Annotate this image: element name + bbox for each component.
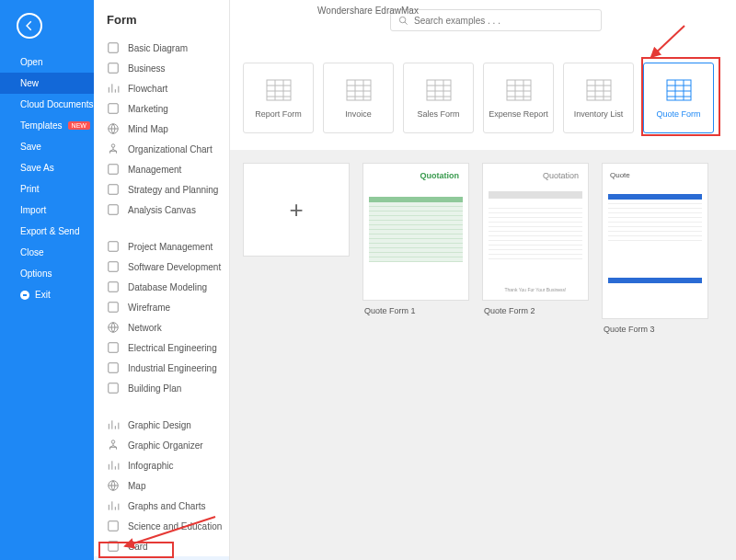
sidebar-item-import[interactable]: Import xyxy=(0,200,94,221)
template-quote-form-3[interactable]: Quote Quote Form 3 xyxy=(602,163,708,334)
category-label: Strategy and Planning xyxy=(128,185,218,195)
search-box[interactable] xyxy=(390,9,602,31)
category-item-card[interactable]: Card xyxy=(94,536,229,556)
category-label: Project Management xyxy=(128,242,213,252)
sidebar-item-close[interactable]: Close xyxy=(0,242,94,263)
tile-label: Quote Form xyxy=(656,109,700,119)
svg-rect-19 xyxy=(109,542,119,552)
template-label: Quote Form 1 xyxy=(362,304,469,315)
sidebar-item-save-as[interactable]: Save As xyxy=(0,157,94,178)
search-icon xyxy=(398,16,408,26)
exit-icon xyxy=(20,291,29,300)
category-item-electrical-engineering[interactable]: Electrical Engineering xyxy=(94,337,229,358)
category-item-database-modeling[interactable]: Database Modeling xyxy=(94,277,229,297)
sidebar-item-new[interactable]: New xyxy=(0,73,94,94)
tile-row: Report FormInvoiceSales FormExpense Repo… xyxy=(230,40,736,150)
category-icon xyxy=(107,499,120,512)
category-label: Network xyxy=(128,323,162,333)
category-item-flowchart[interactable]: Flowchart xyxy=(94,78,229,98)
svg-rect-40 xyxy=(507,80,531,100)
category-item-basic-diagram[interactable]: Basic Diagram xyxy=(94,38,229,58)
template-quote-form-2[interactable]: Quotation Thank You For Your Business! Q… xyxy=(482,163,589,315)
category-item-wireframe[interactable]: Wireframe xyxy=(94,297,229,317)
category-item-marketing[interactable]: Marketing xyxy=(94,98,229,119)
category-label: Industrial Engineering xyxy=(128,363,217,373)
category-item-strategy-and-planning[interactable]: Strategy and Planning xyxy=(94,179,229,200)
category-icon xyxy=(107,240,120,253)
arrow-left-icon xyxy=(23,19,36,32)
category-item-map[interactable]: Map xyxy=(94,475,229,496)
category-item-business[interactable]: Business xyxy=(94,58,229,78)
category-item-mind-map[interactable]: Mind Map xyxy=(94,119,229,139)
category-icon xyxy=(107,321,120,334)
category-icon xyxy=(107,418,120,431)
category-item-infographic[interactable]: Infographic xyxy=(94,455,229,475)
category-title: Form xyxy=(94,0,229,38)
category-label: Management xyxy=(128,165,181,175)
tile-quote-form[interactable]: Quote Form xyxy=(643,63,714,133)
sidebar-item-exit[interactable]: Exit xyxy=(0,284,94,305)
back-button[interactable] xyxy=(17,13,42,39)
template-area: + Quotation Quote Form 1 Quotation Thank… xyxy=(230,150,736,560)
category-item-industrial-engineering[interactable]: Industrial Engineering xyxy=(94,358,229,378)
sidebar-item-export-send[interactable]: Export & Send xyxy=(0,221,94,242)
tile-inventory-list[interactable]: Inventory List xyxy=(563,63,634,133)
svg-rect-18 xyxy=(109,521,119,531)
category-item-management[interactable]: Management xyxy=(94,159,229,179)
category-label: Building Plan xyxy=(128,383,181,394)
svg-point-21 xyxy=(399,17,405,22)
sidebar-item-options[interactable]: Options xyxy=(0,263,94,284)
sidebar-item-templates[interactable]: TemplatesNEW xyxy=(0,115,94,136)
category-item-graphs-and-charts[interactable]: Graphs and Charts xyxy=(94,496,229,516)
template-quote-form-1[interactable]: Quotation Quote Form 1 xyxy=(362,163,469,315)
sidebar: Open New Cloud Documents TemplatesNEW Sa… xyxy=(0,0,94,560)
category-label: Electrical Engineering xyxy=(128,343,217,353)
category-item-software-development[interactable]: Software Development xyxy=(94,257,229,277)
category-icon xyxy=(107,439,120,451)
category-item-graphic-organizer[interactable]: Graphic Organizer xyxy=(94,435,229,455)
category-label: Map xyxy=(128,481,145,491)
category-item-organizational-chart[interactable]: Organizational Chart xyxy=(94,139,229,159)
svg-rect-34 xyxy=(427,80,451,100)
category-label: Wireframe xyxy=(128,303,170,313)
category-icon xyxy=(107,520,120,532)
plus-icon: + xyxy=(289,196,303,224)
template-blank[interactable]: + xyxy=(243,163,350,257)
form-icon xyxy=(585,78,613,102)
sidebar-item-open[interactable]: Open xyxy=(0,51,94,73)
sidebar-item-print[interactable]: Print xyxy=(0,178,94,200)
svg-rect-52 xyxy=(667,80,691,100)
category-item-science-and-education[interactable]: Science and Education xyxy=(94,516,229,536)
category-label: Analysis Canvas xyxy=(128,205,196,215)
svg-rect-28 xyxy=(347,80,371,100)
tile-expense-report[interactable]: Expense Report xyxy=(483,63,554,133)
category-item-network[interactable]: Network xyxy=(94,317,229,337)
tile-label: Report Form xyxy=(255,109,302,119)
category-label: Graphic Organizer xyxy=(128,440,203,451)
svg-rect-9 xyxy=(109,262,119,272)
svg-rect-13 xyxy=(109,343,119,353)
svg-rect-46 xyxy=(587,80,611,100)
category-item-form[interactable]: Form xyxy=(94,556,229,560)
template-label: Quote Form 2 xyxy=(482,304,589,315)
sidebar-item-save[interactable]: Save xyxy=(0,136,94,157)
search-input[interactable] xyxy=(414,16,593,26)
category-icon xyxy=(107,62,120,74)
category-label: Basic Diagram xyxy=(128,43,188,53)
category-item-building-plan[interactable]: Building Plan xyxy=(94,378,229,398)
category-label: Mind Map xyxy=(128,124,168,134)
tile-report-form[interactable]: Report Form xyxy=(243,63,314,133)
category-icon xyxy=(107,183,120,196)
app-title: Wondershare EdrawMax xyxy=(317,6,419,16)
category-item-analysis-canvas[interactable]: Analysis Canvas xyxy=(94,200,229,220)
svg-rect-2 xyxy=(109,104,119,114)
category-item-project-management[interactable]: Project Management xyxy=(94,236,229,257)
svg-rect-10 xyxy=(109,282,119,292)
category-icon xyxy=(107,361,120,374)
category-item-graphic-design[interactable]: Graphic Design xyxy=(94,415,229,435)
sidebar-item-cloud-documents[interactable]: Cloud Documents xyxy=(0,94,94,115)
tile-invoice[interactable]: Invoice xyxy=(323,63,394,133)
category-label: Organizational Chart xyxy=(128,144,213,154)
tile-sales-form[interactable]: Sales Form xyxy=(403,63,474,133)
svg-rect-7 xyxy=(109,205,119,215)
